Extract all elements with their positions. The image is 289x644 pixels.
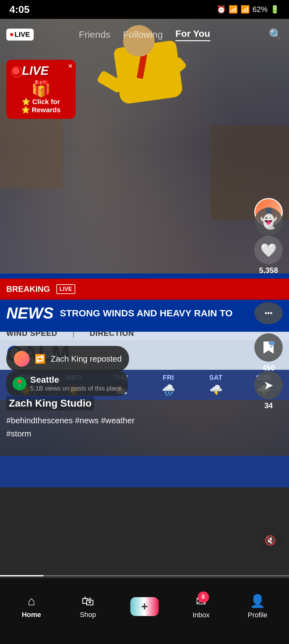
share-action[interactable]: ➤ 34 bbox=[254, 371, 283, 410]
location-icon-bg: 📍 bbox=[13, 377, 26, 391]
bottom-navigation: ⌂ Home 🛍 Shop + ✉ 8 Inbox 👤 Profile bbox=[0, 578, 289, 644]
nav-item-inbox[interactable]: ✉ 8 Inbox bbox=[173, 594, 230, 619]
like-button[interactable]: 🤍 bbox=[254, 236, 283, 264]
mute-icon: 🔇 bbox=[264, 535, 276, 546]
share-count: 34 bbox=[264, 401, 273, 410]
news-top-bar bbox=[0, 274, 289, 279]
news-bottom-bar bbox=[0, 327, 289, 332]
profile-label: Profile bbox=[248, 611, 267, 619]
status-bar: 4:05 ⏰ 📶 📶 62% 🔋 bbox=[0, 0, 289, 19]
location-pin-icon: 📍 bbox=[15, 379, 24, 388]
nav-item-create[interactable]: + bbox=[116, 597, 173, 616]
shop-icon: 🛍 bbox=[82, 594, 94, 608]
day-icon-fri: 🌧️ bbox=[162, 384, 175, 396]
nav-item-shop[interactable]: 🛍 Shop bbox=[60, 594, 116, 619]
day-icon-sat: 🌩️ bbox=[209, 384, 223, 396]
breaking-news-ticker: BREAKING LIVE NEWS STRONG WINDS AND HEAV… bbox=[0, 274, 289, 332]
close-overlay-button[interactable]: ✕ bbox=[68, 62, 73, 70]
inbox-badge-container: ✉ 8 bbox=[196, 594, 207, 608]
plus-icon: + bbox=[141, 600, 148, 613]
battery-text: 62% bbox=[252, 5, 268, 14]
rewards-text: ⭐ Click for ⭐ Rewards bbox=[13, 98, 69, 114]
tab-friends[interactable]: Friends bbox=[79, 29, 110, 40]
top-navigation: LIVE Friends Following For You 🔍 bbox=[0, 19, 289, 50]
wifi-icon: 📶 bbox=[229, 5, 238, 14]
save-button[interactable] bbox=[254, 333, 283, 362]
live-recording-dot bbox=[13, 68, 20, 75]
progress-bar[interactable] bbox=[0, 575, 289, 576]
nav-item-home[interactable]: ⌂ Home bbox=[3, 594, 60, 619]
forecast-fri: FRI 🌧️ bbox=[146, 374, 191, 396]
live-button-label: LIVE bbox=[14, 31, 30, 39]
live-overlay-top: LIVE bbox=[13, 64, 69, 78]
create-button[interactable]: + bbox=[130, 597, 159, 616]
nav-item-profile[interactable]: 👤 Profile bbox=[229, 594, 286, 619]
location-pill[interactable]: 📍 Seattle 5.1B views on posts of this pl… bbox=[6, 371, 128, 396]
location-name: Seattle bbox=[30, 375, 122, 385]
breaking-label: BREAKING bbox=[0, 282, 56, 297]
signal-icon: 📶 bbox=[241, 5, 250, 14]
breaking-live-label: LIVE bbox=[56, 284, 75, 294]
news-ticker-row: NEWS STRONG WINDS AND HEAVY RAIN TO ••• bbox=[0, 300, 289, 327]
news-word: NEWS bbox=[0, 304, 60, 322]
nav-tabs: Friends Following For You bbox=[79, 28, 210, 41]
ghost-chat-button[interactable]: 👻 bbox=[254, 208, 283, 236]
like-action[interactable]: 🤍 5,358 bbox=[254, 236, 283, 275]
progress-fill bbox=[0, 575, 43, 576]
live-rewards-overlay[interactable]: LIVE ✕ 🎁 ⭐ Click for ⭐ Rewards bbox=[6, 60, 76, 119]
save-action[interactable]: 450 bbox=[254, 333, 283, 372]
rewards-stars: ⭐ bbox=[22, 98, 32, 106]
repost-notification: 🔁 Zach King reposted bbox=[6, 346, 129, 372]
share-button[interactable]: ➤ bbox=[254, 371, 283, 399]
repost-text: Zach King reposted bbox=[51, 354, 122, 364]
tab-following[interactable]: Following bbox=[123, 29, 163, 40]
status-time: 4:05 bbox=[9, 4, 30, 15]
news-comment-button[interactable]: ••• bbox=[254, 302, 283, 324]
gift-icon: 🎁 bbox=[13, 80, 69, 98]
creator-name: Zach King Studio bbox=[6, 396, 94, 410]
creator-info: Zach King Studio #behindthescenes #news … bbox=[6, 396, 135, 440]
svg-point-0 bbox=[269, 341, 275, 345]
creator-tags: #behindthescenes #news #weather#storm bbox=[6, 414, 135, 440]
live-button[interactable]: LIVE bbox=[6, 29, 34, 41]
forecast-sat: SAT 🌩️ bbox=[193, 374, 238, 396]
home-label: Home bbox=[22, 611, 41, 619]
day-label-fri: FRI bbox=[163, 374, 174, 382]
repost-icon: 🔁 bbox=[35, 354, 46, 364]
live-text: LIVE bbox=[22, 64, 48, 78]
inbox-label: Inbox bbox=[193, 611, 210, 619]
news-headline: STRONG WINDS AND HEAVY RAIN TO bbox=[60, 308, 254, 319]
search-button[interactable]: 🔍 bbox=[269, 28, 283, 41]
tab-for-you[interactable]: For You bbox=[175, 28, 210, 41]
location-views: 5.1B views on posts of this place bbox=[30, 385, 122, 392]
ghost-icon: 👻 bbox=[254, 208, 283, 236]
repost-avatar bbox=[14, 351, 30, 367]
hashtags: #behindthescenes #news #weather#storm bbox=[6, 416, 135, 438]
day-label-sat: SAT bbox=[209, 374, 222, 382]
mute-button[interactable]: 🔇 bbox=[258, 528, 283, 553]
inbox-badge: 8 bbox=[198, 591, 209, 603]
home-icon: ⌂ bbox=[28, 594, 35, 608]
click-for-label: Click for bbox=[32, 98, 60, 106]
dots-icon: ••• bbox=[264, 309, 272, 318]
status-icons: ⏰ 📶 📶 62% 🔋 bbox=[217, 5, 280, 14]
live-dot bbox=[10, 33, 13, 36]
rewards-label: ⭐ Rewards bbox=[21, 106, 61, 114]
battery-icon: 🔋 bbox=[270, 5, 280, 14]
breaking-main-bar: BREAKING LIVE bbox=[0, 279, 289, 300]
profile-icon: 👤 bbox=[250, 594, 265, 608]
shop-label: Shop bbox=[80, 611, 96, 619]
location-info: Seattle 5.1B views on posts of this plac… bbox=[30, 375, 122, 392]
alarm-icon: ⏰ bbox=[217, 5, 226, 14]
